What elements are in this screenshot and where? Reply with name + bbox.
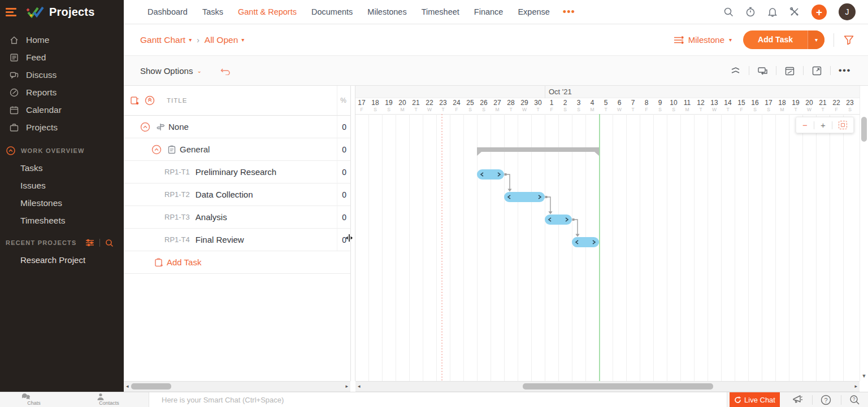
project-filter-icon[interactable] [85, 239, 94, 247]
dependency-arrowhead[interactable] [548, 212, 552, 215]
svg-text:?: ? [824, 397, 827, 404]
tab-tasks[interactable]: Tasks [195, 7, 231, 16]
task-bar-data-collection[interactable] [504, 192, 545, 202]
zia-search-icon[interactable]: ? [849, 395, 860, 405]
scroll-right-arrow[interactable]: ▸ [345, 383, 348, 389]
breadcrumb-gantt-chart[interactable]: Gantt Chart▾ [140, 35, 192, 45]
tab-expense[interactable]: Expense [510, 7, 557, 16]
task-name: Preliminary Research [196, 167, 276, 177]
contacts-button[interactable]: Contacts [97, 393, 121, 406]
add-column-icon[interactable] [130, 96, 140, 106]
sidebar-item-discuss[interactable]: Discuss [0, 66, 124, 84]
undo-icon[interactable] [220, 66, 231, 75]
sidebar-item-feed[interactable]: Feed [0, 49, 124, 66]
tab-milestones[interactable]: Milestones [360, 7, 414, 16]
more-options-icon[interactable]: ••• [839, 65, 851, 76]
tab-timesheet[interactable]: Timesheet [414, 7, 467, 16]
gantt-chart-panel[interactable]: Oct '21 17F18S19S20M21T22W23T24F25S26S27… [355, 86, 860, 381]
vscroll-thumb[interactable] [861, 117, 867, 142]
sidebar-item-projects[interactable]: Projects [0, 119, 124, 136]
sidebar-item-issues[interactable]: Issues [0, 177, 124, 194]
tab-dashboard[interactable]: Dashboard [140, 7, 195, 16]
task-percent: 0 [342, 168, 346, 177]
sidebar-item-milestones[interactable]: Milestones [0, 194, 124, 212]
add-task-dropdown[interactable]: ▾ [808, 30, 824, 49]
scroll-down-arrow[interactable]: ▼ [860, 373, 868, 379]
task-row-rp1-t4[interactable]: RP1-T4Final Review0 [124, 229, 350, 251]
search-icon[interactable] [723, 7, 734, 17]
group-row-none[interactable]: None0 [124, 116, 350, 138]
milestone-view-switch[interactable]: Milestone ▾ [674, 35, 732, 45]
dependency-arrowhead[interactable] [507, 189, 511, 192]
fullscreen-icon[interactable] [811, 65, 822, 76]
dependency-connector[interactable] [506, 174, 510, 189]
chart-vertical-scrollbar[interactable]: ▼ [860, 86, 868, 381]
notifications-bell-icon[interactable] [767, 7, 778, 17]
add-task-button[interactable]: Add Task ▾ [743, 30, 824, 49]
dependency-connector[interactable] [574, 220, 578, 234]
user-avatar[interactable]: J [839, 3, 856, 20]
zoho-projects-app: Projects HomeFeedDiscussReportsCalendarP… [0, 0, 868, 407]
announcements-icon[interactable] [792, 395, 803, 405]
collapse-all-icon[interactable] [145, 95, 155, 106]
sidebar-item-calendar[interactable]: Calendar [0, 101, 124, 119]
add-task-row[interactable]: Add Task [124, 251, 350, 274]
scroll-left-arrow[interactable]: ◂ [358, 383, 361, 389]
tab-documents[interactable]: Documents [304, 7, 360, 16]
dependency-arrowhead[interactable] [575, 234, 579, 237]
task-row-rp1-t2[interactable]: RP1-T2Data Collection0 [124, 183, 350, 206]
milestone-clipboard-icon [167, 145, 176, 154]
chats-button[interactable]: Chats [21, 393, 46, 406]
zoho-projects-logo-icon [26, 5, 45, 20]
baseline-layers-icon[interactable] [730, 65, 741, 76]
group-label: None [168, 122, 189, 132]
show-options-button[interactable]: Show Options ⌄ [140, 66, 202, 76]
recent-project-item[interactable]: Research Project [0, 251, 124, 269]
discuss-icon [9, 70, 19, 80]
panel-splitter[interactable] [350, 86, 355, 381]
sidebar-item-tasks[interactable]: Tasks [0, 159, 124, 177]
task-row-rp1-t3[interactable]: RP1-T3Analysis0 [124, 206, 350, 229]
reschedule-icon[interactable] [757, 65, 768, 76]
chart-horizontal-scrollbar[interactable]: ◂ ▸ [355, 381, 860, 392]
scroll-right-arrow[interactable]: ▸ [854, 383, 857, 389]
scroll-left-arrow[interactable]: ◂ [126, 383, 129, 389]
tab-gantt-reports[interactable]: Gantt & Reports [231, 7, 304, 16]
project-search-icon[interactable] [105, 239, 114, 247]
breadcrumb: Gantt Chart▾ › All Open▾ [140, 35, 244, 45]
task-percent: 0 [342, 213, 346, 222]
top-navigation-bar: DashboardTasksGantt & ReportsDocumentsMi… [124, 0, 868, 24]
hamburger-menu-icon[interactable] [6, 8, 18, 16]
collapse-row-icon[interactable] [140, 122, 150, 132]
group-row-general[interactable]: General0 [124, 138, 350, 161]
hscroll-right-thumb[interactable] [523, 383, 713, 390]
live-chat-button[interactable]: Live Chat [730, 392, 780, 407]
table-horizontal-scrollbar[interactable]: ◂ ▸ [124, 381, 350, 392]
fit-to-screen-icon[interactable] [839, 121, 847, 129]
breadcrumb-all-open[interactable]: All Open▾ [205, 35, 244, 45]
more-tabs-icon[interactable]: ••• [557, 9, 581, 15]
sidebar-item-timesheets[interactable]: Timesheets [0, 212, 124, 229]
gantt-drawing-layer [355, 86, 860, 381]
sidebar-item-reports[interactable]: Reports [0, 84, 124, 101]
work-overview-header[interactable]: WORK OVERVIEW [0, 142, 124, 159]
collapse-section-icon [6, 146, 15, 155]
timer-icon[interactable] [745, 7, 756, 17]
filter-funnel-icon[interactable] [843, 34, 854, 46]
summary-bar-general[interactable] [477, 147, 599, 156]
smart-chat-input[interactable] [149, 396, 727, 404]
tools-icon[interactable] [789, 7, 800, 17]
quick-add-button[interactable]: + [811, 5, 827, 20]
hscroll-left-thumb[interactable] [131, 383, 171, 390]
sidebar-item-home[interactable]: Home [0, 31, 124, 49]
dependency-connector[interactable] [546, 197, 550, 212]
exclude-weekend-calendar-icon[interactable] [784, 65, 795, 76]
tab-finance[interactable]: Finance [467, 7, 511, 16]
help-icon[interactable]: ? [821, 395, 831, 405]
col-resize-cursor [345, 234, 354, 242]
collapse-row-icon[interactable] [151, 145, 162, 155]
zoom-in-button[interactable]: + [821, 121, 826, 129]
task-row-rp1-t1[interactable]: RP1-T1Preliminary Research0 [124, 161, 350, 183]
zoom-out-button[interactable]: − [802, 121, 808, 129]
task-id: RP1-T1 [164, 168, 190, 176]
